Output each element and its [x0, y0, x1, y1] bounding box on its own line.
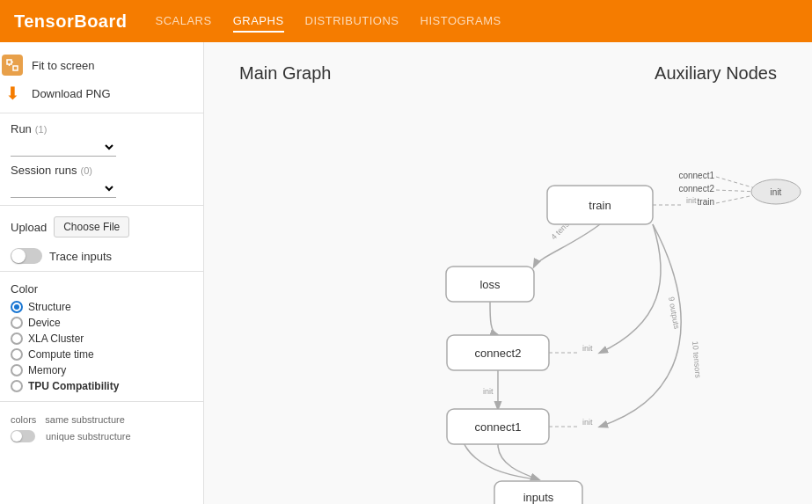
node-inputs-label: inputs	[523, 491, 554, 504]
node-connect1-label: connect1	[475, 420, 522, 434]
choose-file-button[interactable]: Choose File	[54, 216, 129, 237]
svg-text:init: init	[582, 344, 593, 353]
app-logo: TensorBoard	[14, 11, 127, 32]
node-loss-label: loss	[479, 278, 501, 291]
color-device-radio[interactable]	[11, 317, 23, 329]
download-png-row[interactable]: ⬇ Download PNG	[0, 81, 203, 109]
colors-info: colors same substructure unique substruc…	[0, 409, 203, 448]
unique-substructure-label: unique substructure	[46, 431, 131, 442]
color-xla-label: XLA Cluster	[28, 332, 84, 345]
color-xla-row[interactable]: XLA Cluster	[11, 331, 193, 347]
aux-init-label: init	[771, 187, 782, 197]
download-icon: ⬇	[0, 81, 25, 106]
sidebar: Fit to screen ⬇ Download PNG Run (1) Ses…	[0, 42, 204, 504]
aux-train-label: train	[698, 197, 714, 207]
svg-rect-0	[7, 60, 11, 64]
fit-to-screen-label: Fit to screen	[32, 59, 95, 72]
fit-to-screen-row[interactable]: Fit to screen	[0, 49, 203, 81]
graph-svg[interactable]: init 4 tensors 9 outputs 10 tensors init…	[204, 42, 812, 504]
color-device-row[interactable]: Device	[11, 315, 193, 331]
nav-items: SCALARS GRAPHS DISTRIBUTIONS HISTOGRAMS	[155, 11, 501, 33]
session-count: (0)	[81, 165, 92, 176]
node-train-label: train	[589, 199, 611, 212]
colors-label: colors	[11, 414, 36, 425]
color-compute-row[interactable]: Compute time	[11, 347, 193, 362]
nav-item-distributions[interactable]: DISTRIBUTIONS	[305, 11, 399, 33]
color-memory-label: Memory	[28, 364, 66, 376]
svg-rect-1	[13, 66, 18, 70]
color-structure-radio[interactable]	[11, 301, 23, 313]
svg-text:init: init	[582, 418, 593, 427]
graph-area: Main Graph Auxiliary Nodes init 4 tensor…	[204, 42, 812, 504]
fit-icon	[0, 53, 25, 77]
node-connect2-label: connect2	[475, 347, 522, 360]
color-tpu-label: TPU Compatibility	[28, 380, 119, 392]
svg-text:10 tensors: 10 tensors	[691, 340, 703, 378]
aux-connect2-label: connect2	[678, 184, 714, 194]
unique-substructure-row: unique substructure	[11, 428, 193, 444]
aux-connect1-label: connect1	[678, 171, 714, 180]
nav-item-graphs[interactable]: GRAPHS	[233, 11, 284, 33]
color-tpu-radio[interactable]	[11, 380, 23, 392]
color-compute-radio[interactable]	[11, 348, 23, 361]
svg-text:init: init	[686, 196, 697, 205]
session-select[interactable]	[11, 179, 116, 198]
color-label: Color	[11, 282, 193, 296]
trace-inputs-toggle[interactable]	[11, 248, 42, 264]
topnav: TensorBoard SCALARS GRAPHS DISTRIBUTIONS…	[0, 0, 812, 42]
nav-item-histograms[interactable]: HISTOGRAMS	[421, 11, 501, 33]
svg-line-16	[716, 194, 758, 203]
color-device-label: Device	[28, 317, 61, 329]
color-memory-radio[interactable]	[11, 364, 23, 376]
upload-label: Upload	[11, 221, 47, 234]
svg-line-14	[716, 177, 758, 189]
session-label: Session	[11, 164, 51, 177]
color-memory-row[interactable]: Memory	[11, 362, 193, 378]
run-count: (1)	[35, 124, 47, 135]
upload-row: Upload Choose File	[0, 213, 203, 241]
run-label: Run	[11, 122, 32, 135]
nav-item-scalars[interactable]: SCALARS	[155, 11, 211, 33]
color-structure-label: Structure	[28, 301, 71, 313]
color-tpu-row[interactable]: TPU Compatibility	[11, 378, 193, 394]
run-select[interactable]	[11, 137, 116, 157]
color-section: Color Structure Device XLA Cluster Compu…	[0, 279, 203, 398]
svg-text:init: init	[483, 387, 494, 396]
same-substructure-label: same substructure	[45, 414, 124, 425]
run-section: Run (1)	[0, 117, 203, 158]
color-compute-label: Compute time	[28, 348, 94, 361]
color-structure-row[interactable]: Structure	[11, 299, 193, 315]
download-png-label: Download PNG	[32, 87, 111, 100]
trace-inputs-label: Trace inputs	[49, 250, 112, 263]
session-section: Session runs (0)	[0, 158, 203, 200]
runs-label: runs	[55, 164, 77, 177]
colors-same-row: colors same substructure	[11, 413, 193, 427]
color-xla-radio[interactable]	[11, 332, 23, 345]
unique-substructure-toggle[interactable]	[11, 430, 35, 442]
trace-inputs-row: Trace inputs	[0, 245, 203, 267]
main-layout: Fit to screen ⬇ Download PNG Run (1) Ses…	[0, 42, 812, 504]
